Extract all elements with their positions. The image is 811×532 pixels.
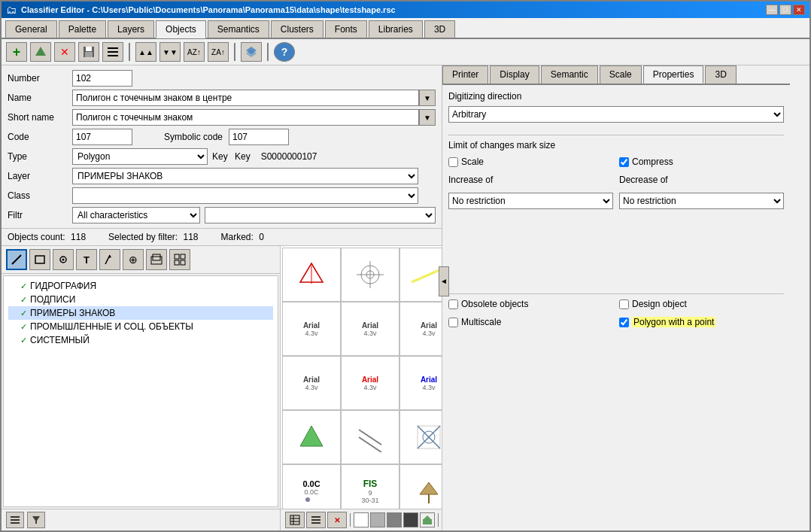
decrease-select[interactable]: No restriction xyxy=(619,193,784,209)
increase-select[interactable]: No restriction xyxy=(448,193,613,209)
close-button[interactable]: ✕ xyxy=(793,5,805,15)
name-side-button[interactable]: ▼ xyxy=(419,90,436,106)
obsolete-label[interactable]: Obsolete objects xyxy=(461,299,528,309)
obj-cell-30[interactable]: FIS 930-31 xyxy=(341,464,399,509)
color-white[interactable] xyxy=(354,512,369,527)
draw-grid-button[interactable] xyxy=(169,249,190,270)
draw-layers2-button[interactable] xyxy=(146,249,167,270)
tab-printer[interactable]: Printer xyxy=(442,65,488,84)
tab-semantic[interactable]: Semantic xyxy=(541,65,598,84)
tab-semantics[interactable]: Semantics xyxy=(208,20,269,38)
polygon-point-label[interactable]: Polygon with a point xyxy=(632,317,715,327)
tab-3d[interactable]: 3D xyxy=(705,65,736,84)
obj-cell-3[interactable] xyxy=(399,248,442,302)
obj-cell-23[interactable] xyxy=(341,410,399,464)
objects-count-label: Objects count: 118 xyxy=(8,232,86,242)
move-down-button[interactable]: ▼▼ xyxy=(159,42,181,62)
save-button[interactable] xyxy=(78,42,99,62)
tree-item-examples[interactable]: ✓ ПРИМЕРЫ ЗНАКОВ xyxy=(8,306,273,320)
move-up-button[interactable]: ▲▲ xyxy=(135,42,156,62)
layers-button[interactable] xyxy=(241,42,262,62)
view-list-button[interactable] xyxy=(306,512,326,528)
svg-point-13 xyxy=(62,259,65,261)
multiscale-label[interactable]: Multiscale xyxy=(461,317,501,327)
number-input[interactable]: 102 xyxy=(72,70,132,87)
polygon-point-checkbox[interactable] xyxy=(619,318,629,327)
obj-cell-10[interactable]: Arial 4.3v xyxy=(399,302,442,356)
obj-cell-9[interactable]: Arial 4.3v xyxy=(341,302,399,356)
draw-line-button[interactable] xyxy=(99,249,120,270)
obj-cell-15[interactable]: Arial 4.3v xyxy=(282,356,341,410)
delete-button[interactable]: ✕ xyxy=(54,42,75,62)
view-table-button[interactable] xyxy=(285,512,305,528)
digitizing-direction-select[interactable]: Arbitrary xyxy=(448,106,784,123)
color-darkgray[interactable] xyxy=(387,512,402,527)
symbolic-code-input[interactable] xyxy=(229,129,289,145)
tab-scale[interactable]: Scale xyxy=(600,65,642,84)
class-select[interactable] xyxy=(72,187,418,204)
design-label[interactable]: Design object xyxy=(632,299,687,309)
design-checkbox[interactable] xyxy=(619,299,629,309)
tree-item-system[interactable]: ✓ СИСТЕМНЫЙ xyxy=(8,333,273,347)
tab-layers[interactable]: Layers xyxy=(108,20,154,38)
tree-item-labels[interactable]: ✓ ПОДПИСИ xyxy=(8,293,273,306)
tab-libraries[interactable]: Libraries xyxy=(369,20,423,38)
draw-text-button[interactable]: T xyxy=(76,249,97,270)
multiscale-checkbox[interactable] xyxy=(448,318,458,327)
compress-label[interactable]: Compress xyxy=(632,157,673,167)
shortname-side-button[interactable]: ▼ xyxy=(419,109,436,126)
filter-select[interactable]: All characteristics xyxy=(72,207,200,223)
obj-cell-24[interactable] xyxy=(399,410,442,464)
tab-display[interactable]: Display xyxy=(490,65,539,84)
sort-za-button[interactable]: ZA↑ xyxy=(208,42,229,62)
list-button[interactable] xyxy=(102,42,123,62)
color-picker-button[interactable] xyxy=(420,512,435,527)
color-gray[interactable] xyxy=(370,512,385,527)
tab-clusters[interactable]: Clusters xyxy=(271,20,323,38)
add-button[interactable]: + xyxy=(6,42,27,62)
tab-palette[interactable]: Palette xyxy=(59,20,106,38)
obsolete-checkbox[interactable] xyxy=(448,299,458,309)
obj-cell-2[interactable] xyxy=(341,248,399,302)
tab-fonts[interactable]: Fonts xyxy=(325,20,367,38)
layer-select[interactable]: ПРИМЕРЫ ЗНАКОВ xyxy=(72,168,418,184)
code-input[interactable] xyxy=(72,129,132,145)
help-button[interactable]: ? xyxy=(274,42,295,62)
obj-cell-8[interactable]: Arial 4.3v xyxy=(282,302,341,356)
draw-crosshair-button[interactable]: ⊕ xyxy=(123,249,144,270)
scale-checkbox[interactable] xyxy=(448,157,458,167)
obj-cell-1[interactable] xyxy=(282,248,341,302)
obj-cell-29[interactable]: 0.0C 0.0C xyxy=(282,464,341,509)
draw-rect-button[interactable] xyxy=(29,249,50,270)
obj-cell-16[interactable]: Arial 4.3v xyxy=(341,356,399,410)
tree-filter-button[interactable] xyxy=(27,512,45,528)
main-window: 🗂 Classifier Editor - C:\Users\Public\Do… xyxy=(0,0,811,532)
color-dark[interactable] xyxy=(403,512,418,527)
draw-pencil-button[interactable] xyxy=(6,249,27,270)
compress-checkbox[interactable] xyxy=(619,157,629,167)
type-select[interactable]: Polygon xyxy=(72,148,208,165)
minimize-button[interactable]: — xyxy=(766,5,778,15)
collapse-panel-button[interactable]: ◄ xyxy=(439,266,449,296)
tab-3d[interactable]: 3D xyxy=(424,20,455,38)
svg-line-52 xyxy=(359,437,381,452)
name-input[interactable] xyxy=(72,90,419,106)
tree-item-hydrography[interactable]: ✓ ГИДРОГРАФИЯ xyxy=(8,279,273,293)
sort-az-button[interactable]: AZ↑ xyxy=(184,42,205,62)
tree-list-button[interactable] xyxy=(6,512,24,528)
multiscale-checkbox-row: Multiscale xyxy=(448,317,613,327)
obj-cell-31[interactable] xyxy=(399,464,442,509)
shortname-input[interactable] xyxy=(72,109,419,126)
scale-label[interactable]: Scale xyxy=(461,157,484,167)
maximize-button[interactable]: □ xyxy=(779,5,791,15)
shape-button[interactable] xyxy=(30,42,51,62)
obj-cell-17[interactable]: Arial 4.3v xyxy=(399,356,442,410)
tab-objects[interactable]: Objects xyxy=(156,20,206,38)
obj-cell-22[interactable] xyxy=(282,410,341,464)
draw-point-button[interactable] xyxy=(53,249,74,270)
tab-general[interactable]: General xyxy=(5,20,57,38)
tree-item-industrial[interactable]: ✓ ПРОМЫШЛЕННЫЕ И СОЦ. ОБЪЕКТЫ xyxy=(8,320,273,333)
filter-button[interactable]: ✕ xyxy=(327,512,347,528)
tab-properties[interactable]: Properties xyxy=(643,65,704,84)
filter-value-select[interactable] xyxy=(205,207,436,223)
